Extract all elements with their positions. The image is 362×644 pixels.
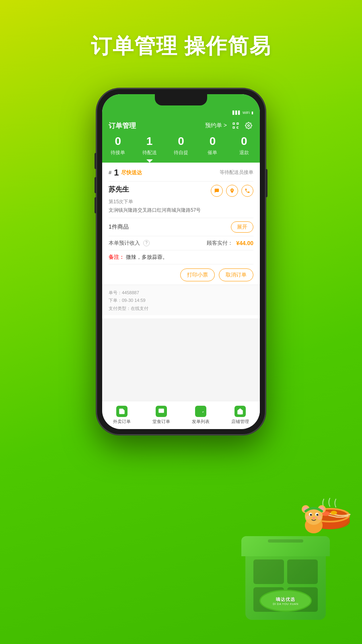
items-count: 1件商品 [109,223,129,231]
phone-screen: ▋▋▋ WiFi ▮ 订单管理 预约单 > [102,94,260,429]
message-button[interactable] [211,185,223,197]
nav-dine-in[interactable]: 堂食订单 [152,406,170,425]
order-hash-symbol: # [109,169,111,175]
income-label: 本单预计收入 [109,239,140,247]
signal-icon: ▋▋▋ [232,111,241,115]
order-number-tag: # 1 尽快送达 [109,167,142,178]
phone-notch [155,94,207,105]
order-status-text: 等待配送员接单 [220,169,253,176]
order-meta-section: 单号：4458887 下单：09-30 14:59 支付类型：在线支付 [102,285,260,315]
phone-button[interactable] [241,185,253,197]
customer-info-row: 苏先生 [109,185,253,197]
tri-refund [228,159,260,163]
nav-store-manage[interactable]: 店铺管理 [231,406,249,425]
settings-icon[interactable] [244,121,253,130]
phone-mockup: ▋▋▋ WiFi ▮ 订单管理 预约单 > [97,89,265,435]
expand-button[interactable]: 展开 [231,221,253,233]
svg-rect-1 [237,123,239,124]
order-number-meta: 单号：4458887 [109,289,260,297]
order-card: # 1 尽快送达 等待配送员接单 苏先生 [102,163,260,318]
takeout-icon [116,406,128,417]
mascot-character [298,503,330,535]
brand-label: 嘀达优选 DI DA YOU XUAN [259,590,312,612]
svg-point-23 [313,517,315,519]
reservation-link[interactable]: 预约单 > [205,122,227,129]
svg-point-22 [317,514,319,516]
dine-in-icon [156,406,167,417]
tab-indicator [102,159,260,163]
svg-point-24 [306,516,310,520]
header-right-controls: 预约单 > [205,121,253,130]
customer-action-buttons [211,185,253,197]
box-cell-1 [253,559,284,584]
wifi-icon: WiFi [243,111,250,115]
brand-box-lid [241,536,330,556]
order-card-header: # 1 尽快送达 等待配送员接单 [109,167,253,182]
order-time-meta: 下单：09-30 14:59 [109,297,260,305]
bottom-navigation: 外卖订单 堂食订单 发单列表 [102,401,260,429]
stat-pending-accept[interactable]: 0 待接单 [102,135,134,159]
scan-icon[interactable] [231,121,241,130]
remark-text: 微辣，多放蒜蓉。 [126,254,168,260]
nav-store-label: 店铺管理 [231,419,249,425]
customer-order-count: 第15次下单 [109,198,253,205]
order-list-icon [195,406,206,417]
stat-refund[interactable]: 0 退款 [228,135,260,159]
nav-takeout-label: 外卖订单 [113,419,131,425]
hero-title: 订单管理 操作简易 [0,0,362,60]
tri-pending-pickup [165,159,197,163]
svg-point-6 [248,125,250,127]
items-row: 1件商品 展开 [109,218,253,236]
nav-order-list-label: 发单列表 [192,419,210,425]
remark-row: 备注： 微辣，多放蒜蓉。 [109,250,253,264]
header-icon-group [231,121,253,130]
svg-rect-7 [158,409,164,413]
payment-type-meta: 支付类型：在线支付 [109,305,260,313]
brand-mascot: 嘀达优选 DI DA YOU XUAN [237,503,350,620]
remark-label: 备注： [109,254,124,260]
stats-row: 0 待接单 1 待配送 0 待自提 0 催单 [102,134,260,159]
income-help-icon[interactable]: ? [143,240,150,246]
phone-shell: ▋▋▋ WiFi ▮ 订单管理 预约单 > [97,89,265,435]
nav-takeout[interactable]: 外卖订单 [113,406,131,425]
order-action-buttons: 打印小票 取消订单 [109,264,253,285]
brand-box-body: 嘀达优选 DI DA YOU XUAN [245,547,326,620]
box-cell-2 [287,559,318,584]
print-button[interactable]: 打印小票 [180,268,215,281]
stat-pending-pickup[interactable]: 0 待自提 [165,135,197,159]
income-row: 本单预计收入 ? 顾客实付： ¥44.00 [109,236,253,250]
svg-point-25 [317,516,321,520]
customer-paid-value: ¥44.00 [236,240,253,246]
cancel-order-button[interactable]: 取消订单 [219,268,253,281]
svg-point-12 [331,511,337,515]
svg-point-21 [310,514,312,516]
customer-address: 文涧镇兴隆路交叉路口红河商城兴隆路57号 [109,207,253,214]
svg-rect-0 [233,123,234,124]
tri-pending-accept [102,159,134,163]
customer-name: 苏先生 [109,185,129,194]
customer-paid-label: 顾客实付： [207,239,233,247]
brand-cn-name: 嘀达优选 [276,597,295,603]
nav-dine-in-label: 堂食订单 [152,419,170,425]
brand-en-name: DI DA YOU XUAN [273,603,298,605]
battery-icon: ▮ [251,111,253,115]
tri-pending-delivery [134,159,165,163]
tri-urge [197,159,228,163]
stat-urge[interactable]: 0 催单 [197,135,228,159]
stat-pending-delivery[interactable]: 1 待配送 [134,135,165,159]
store-manage-icon [234,406,246,417]
nav-order-list[interactable]: 发单列表 [192,406,210,425]
order-type-badge: 尽快送达 [121,169,142,176]
svg-rect-2 [233,127,234,128]
location-button[interactable] [226,185,238,197]
header-top-bar: 订单管理 预约单 > [102,118,260,134]
order-number: 1 [114,167,119,178]
header-title: 订单管理 [109,121,136,130]
